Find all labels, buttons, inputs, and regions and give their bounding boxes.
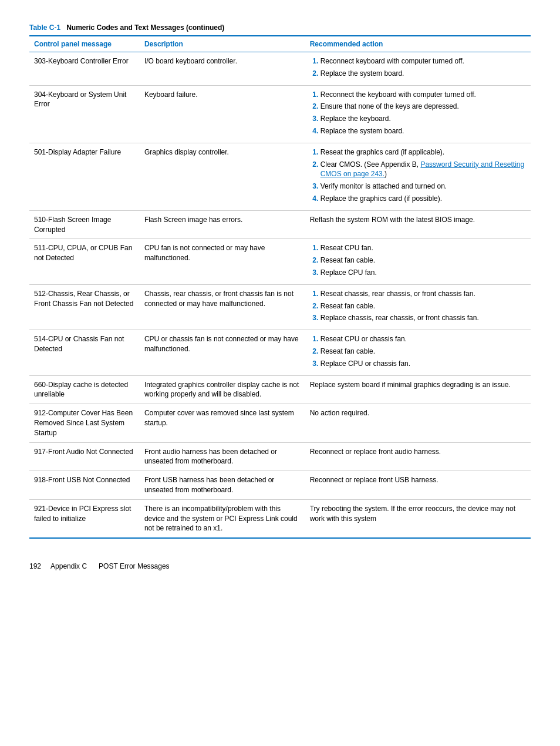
control-panel-message: 512-Chassis, Rear Chassis, or Front Chas… [29, 284, 140, 330]
action-item: Replace the graphics card (if possible). [321, 194, 526, 204]
action-item: Reseat fan cable. [321, 256, 526, 266]
action-item: Reseat CPU or chassis fan. [321, 334, 526, 344]
control-panel-message: 304-Keyboard or System Unit Error [29, 85, 140, 143]
table-row: 918-Front USB Not ConnectedFront USB har… [29, 471, 531, 500]
description-cell: There is an incompatibility/problem with… [140, 499, 305, 538]
action-cell: Reseat the graphics card (if applicable)… [305, 143, 531, 210]
action-item: Reseat the graphics card (if applicable)… [321, 147, 526, 157]
control-panel-message: 511-CPU, CPUA, or CPUB Fan not Detected [29, 239, 140, 284]
action-text: No action required. [310, 408, 526, 418]
control-panel-message: 514-CPU or Chassis Fan not Detected [29, 330, 140, 375]
action-text: Reconnect or replace front USB harness. [310, 475, 526, 485]
table-row: 921-Device in PCI Express slot failed to… [29, 499, 531, 538]
action-text: Reflash the system ROM with the latest B… [310, 215, 526, 225]
table-row: 912-Computer Cover Has Been Removed Sinc… [29, 404, 531, 442]
control-panel-message: 921-Device in PCI Express slot failed to… [29, 499, 140, 538]
col-header-action: Recommended action [305, 36, 531, 52]
table-row: 660-Display cache is detected unreliable… [29, 375, 531, 404]
page-footer: 192 Appendix C POST Error Messages [29, 562, 531, 570]
main-table: Control panel message Description Recomm… [29, 35, 531, 539]
chapter-title: POST Error Messages [99, 562, 169, 570]
description-cell: CPU or chassis fan is not connected or m… [140, 330, 305, 375]
table-row: 512-Chassis, Rear Chassis, or Front Chas… [29, 284, 531, 330]
control-panel-message: 917-Front Audio Not Connected [29, 442, 140, 471]
action-item: Verify monitor is attached and turned on… [321, 182, 526, 191]
action-item: Clear CMOS. (See Appendix B, Password Se… [321, 160, 526, 180]
action-cell: Reconnect or replace front USB harness. [305, 471, 531, 500]
action-item: Ensure that none of the keys are depress… [321, 102, 526, 112]
action-cell: Reconnect keyboard with computer turned … [305, 52, 531, 86]
action-list: Reseat CPU fan.Reseat fan cable.Replace … [310, 243, 526, 277]
table-row: 917-Front Audio Not ConnectedFront audio… [29, 442, 531, 471]
control-panel-message: 510-Flash Screen Image Corrupted [29, 210, 140, 239]
description-cell: Computer cover was removed since last sy… [140, 404, 305, 442]
action-list: Reseat CPU or chassis fan.Reseat fan cab… [310, 334, 526, 368]
action-text: Try rebooting the system. If the error r… [310, 504, 526, 524]
action-cell: Reconnect or replace front audio harness… [305, 442, 531, 471]
action-cell: Replace system board if minimal graphics… [305, 375, 531, 404]
action-list: Reseat chassis, rear chassis, or front c… [310, 289, 526, 323]
description-cell: Front USB harness has been detached or u… [140, 471, 305, 500]
description-cell: Chassis, rear chassis, or front chassis … [140, 284, 305, 330]
action-item: Replace CPU fan. [321, 268, 526, 278]
table-title-text: Numeric Codes and Text Messages (continu… [66, 23, 224, 32]
action-cell: Reseat CPU or chassis fan.Reseat fan cab… [305, 330, 531, 375]
description-cell: CPU fan is not connected or may have mal… [140, 239, 305, 284]
action-text: Replace system board if minimal graphics… [310, 380, 526, 390]
action-item: Replace the keyboard. [321, 114, 526, 124]
action-item: Reconnect the keyboard with computer tur… [321, 90, 526, 100]
action-item: Reseat fan cable. [321, 347, 526, 357]
table-row: 511-CPU, CPUA, or CPUB Fan not DetectedC… [29, 239, 531, 284]
control-panel-message: 303-Keyboard Controller Error [29, 52, 140, 86]
description-cell: Flash Screen image has errors. [140, 210, 305, 239]
table-row: 514-CPU or Chassis Fan not DetectedCPU o… [29, 330, 531, 375]
control-panel-message: 660-Display cache is detected unreliable [29, 375, 140, 404]
col-header-description: Description [140, 36, 305, 52]
action-cell: Reconnect the keyboard with computer tur… [305, 85, 531, 143]
action-list: Reseat the graphics card (if applicable)… [310, 147, 526, 204]
table-row: 304-Keyboard or System Unit ErrorKeyboar… [29, 85, 531, 143]
col-header-control: Control panel message [29, 36, 140, 52]
table-label: Table C-1 [29, 23, 60, 32]
password-security-link[interactable]: Password Security and Resetting CMOS on … [321, 160, 525, 179]
action-list: Reconnect the keyboard with computer tur… [310, 90, 526, 136]
description-cell: Integrated graphics controller display c… [140, 375, 305, 404]
action-item: Replace CPU or chassis fan. [321, 359, 526, 369]
action-cell: Try rebooting the system. If the error r… [305, 499, 531, 538]
action-list: Reconnect keyboard with computer turned … [310, 56, 526, 79]
action-item: Replace chassis, rear chassis, or front … [321, 313, 526, 323]
action-item: Replace the system board. [321, 69, 526, 79]
action-item: Reseat chassis, rear chassis, or front c… [321, 289, 526, 299]
action-text: Reconnect or replace front audio harness… [310, 447, 526, 457]
table-row: 501-Display Adapter FailureGraphics disp… [29, 143, 531, 210]
action-cell: Reseat chassis, rear chassis, or front c… [305, 284, 531, 330]
action-item: Reconnect keyboard with computer turned … [321, 56, 526, 66]
action-cell: No action required. [305, 404, 531, 442]
action-cell: Reflash the system ROM with the latest B… [305, 210, 531, 239]
description-cell: Graphics display controller. [140, 143, 305, 210]
description-cell: Keyboard failure. [140, 85, 305, 143]
action-item: Reseat fan cable. [321, 301, 526, 311]
description-cell: I/O board keyboard controller. [140, 52, 305, 86]
description-cell: Front audio harness has been detached or… [140, 442, 305, 471]
action-item: Replace the system board. [321, 126, 526, 136]
page-number: 192 [29, 562, 41, 570]
action-item: Reseat CPU fan. [321, 243, 526, 253]
table-row: 303-Keyboard Controller ErrorI/O board k… [29, 52, 531, 86]
table-row: 510-Flash Screen Image CorruptedFlash Sc… [29, 210, 531, 239]
action-cell: Reseat CPU fan.Reseat fan cable.Replace … [305, 239, 531, 284]
control-panel-message: 918-Front USB Not Connected [29, 471, 140, 500]
control-panel-message: 912-Computer Cover Has Been Removed Sinc… [29, 404, 140, 442]
control-panel-message: 501-Display Adapter Failure [29, 143, 140, 210]
appendix-label: Appendix C [50, 562, 87, 570]
table-title: Table C-1 Numeric Codes and Text Message… [29, 23, 531, 32]
